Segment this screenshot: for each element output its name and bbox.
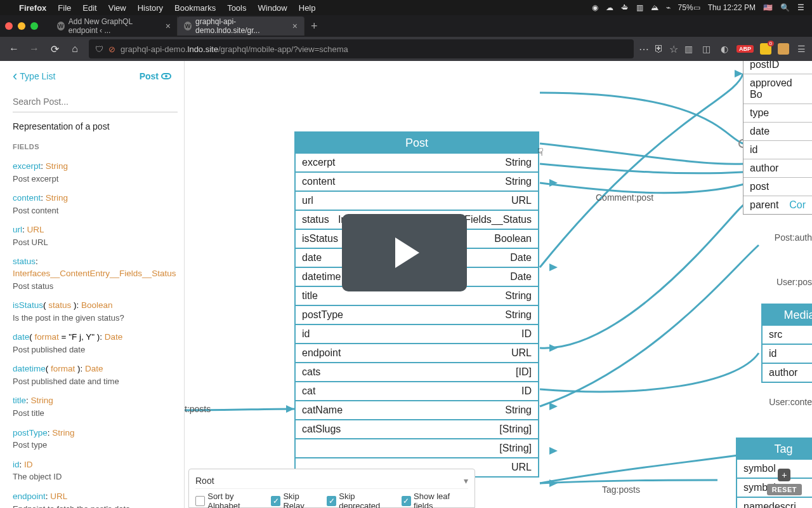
menu-view[interactable]: View xyxy=(108,3,126,13)
schema-field-row[interactable]: srcU xyxy=(763,326,812,344)
schema-field-row[interactable]: type xyxy=(743,104,812,123)
schema-field-row[interactable]: excerptString xyxy=(296,154,538,171)
field-item[interactable]: content: StringPost content xyxy=(13,189,184,220)
home-button[interactable]: ⌂ xyxy=(66,40,84,58)
sort-alphabet-checkbox[interactable]: Sort by Alphabet xyxy=(195,491,265,508)
schema-node-post[interactable]: Post excerptStringcontentStringurlURLsta… xyxy=(294,131,539,478)
schema-field-row[interactable]: catSlugs[String] xyxy=(296,419,538,438)
edge-label: t:posts xyxy=(185,404,211,414)
type-label[interactable]: Post xyxy=(140,71,171,81)
schema-field-row[interactable]: catNameString xyxy=(296,400,538,419)
field-item[interactable]: datetime( format ): DatePost published d… xyxy=(13,359,184,391)
address-bar[interactable]: 🛡 ⊘ graphql-api-demo.lndo.site/graphql/m… xyxy=(89,39,634,58)
extension-icon[interactable] xyxy=(778,43,789,55)
schema-field-row[interactable]: postTypeString xyxy=(296,305,538,324)
library-icon[interactable]: ▥ xyxy=(683,43,695,55)
status-cloud-icon[interactable]: ☁ xyxy=(606,3,613,12)
status-clock[interactable]: Thu 12:22 PM xyxy=(708,3,756,12)
schema-field-row[interactable]: approved Bo xyxy=(743,74,812,104)
minimize-window-icon[interactable] xyxy=(18,22,25,30)
field-item[interactable]: title: StringPost title xyxy=(13,391,184,423)
edge-label: Comment:post xyxy=(596,192,653,203)
field-item[interactable]: postType: StringPost type xyxy=(13,424,184,455)
abp-icon[interactable]: ABP xyxy=(737,45,754,53)
schema-node-media[interactable]: Media srcUidauthorUs xyxy=(761,304,812,383)
macos-menubar: Firefox File Edit View History Bookmarks… xyxy=(0,0,812,15)
status-battery[interactable]: 75% ▭ xyxy=(678,3,700,12)
status-search-icon[interactable]: 🔍 xyxy=(780,3,790,12)
field-item[interactable]: endpoint: URLEndpoint to fetch the post'… xyxy=(13,487,184,508)
menu-window[interactable]: Window xyxy=(258,3,287,13)
edge-label: Post:auth xyxy=(775,232,812,243)
skip-relay-checkbox[interactable]: ✓Skip Relay xyxy=(271,491,320,508)
field-item[interactable]: isStatus( status ): BooleanIs the post i… xyxy=(13,296,184,328)
schema-node-partial-top[interactable]: postIDapproved Botypedateidauthorpostpar… xyxy=(743,61,812,215)
menu-edit[interactable]: Edit xyxy=(82,3,96,13)
schema-field-row[interactable]: date xyxy=(743,123,812,141)
field-item[interactable]: id: IDThe object ID xyxy=(13,455,184,487)
new-tab-button[interactable]: + xyxy=(304,20,324,33)
back-button[interactable]: ← xyxy=(5,40,23,58)
schema-field-row[interactable]: urlURL xyxy=(296,190,538,210)
schema-canvas[interactable]: Post excerptStringcontentStringurlURLsta… xyxy=(185,61,812,508)
forward-button[interactable]: → xyxy=(25,40,43,58)
menu-bookmarks[interactable]: Bookmarks xyxy=(174,3,216,13)
tab-inactive[interactable]: W Add New GraphQL endpoint ‹ ... × xyxy=(51,17,178,36)
back-to-typelist[interactable]: Type List xyxy=(13,71,55,81)
menu-help[interactable]: Help xyxy=(299,3,316,13)
status-flag-icon[interactable]: 🇺🇸 xyxy=(763,3,773,12)
account-icon[interactable]: ◐ xyxy=(719,43,730,55)
lock-icon[interactable]: ⊘ xyxy=(108,44,115,54)
schema-field-row[interactable]: id xyxy=(743,141,812,159)
schema-field-row[interactable]: cats[ID] xyxy=(296,362,538,381)
close-tab-icon[interactable]: × xyxy=(166,21,171,31)
show-leaf-checkbox[interactable]: ✓Show leaf fields xyxy=(402,491,468,508)
schema-field-row[interactable]: namedescri xyxy=(737,497,812,508)
search-input[interactable] xyxy=(13,91,178,112)
schema-field-row[interactable]: catID xyxy=(296,381,538,400)
maximize-window-icon[interactable] xyxy=(30,22,38,30)
extension-badge-icon[interactable] xyxy=(760,43,771,55)
app-name[interactable]: Firefox xyxy=(19,3,46,13)
zoom-in-button[interactable]: + xyxy=(778,469,790,481)
video-play-button[interactable] xyxy=(342,214,467,291)
shield-icon[interactable]: 🛡 xyxy=(95,44,103,54)
hamburger-icon[interactable]: ☰ xyxy=(796,43,807,55)
bookmark-icon[interactable]: ☆ xyxy=(669,43,678,55)
status-wifi-icon[interactable]: ⌁ xyxy=(666,3,671,12)
status-user-icon[interactable]: ⛰ xyxy=(651,3,658,12)
schema-field-row[interactable]: idID xyxy=(296,324,538,343)
page-actions-icon[interactable]: ⋯ xyxy=(639,43,649,55)
menu-tools[interactable]: Tools xyxy=(227,3,246,13)
close-window-icon[interactable] xyxy=(5,22,13,30)
reset-button[interactable]: RESET xyxy=(767,484,802,495)
schema-field-row[interactable]: postID xyxy=(743,61,812,74)
schema-field-row[interactable]: authorUs xyxy=(763,363,812,382)
menu-history[interactable]: History xyxy=(138,3,163,13)
field-item[interactable]: date( format = "F j, Y" ): DatePost publ… xyxy=(13,328,184,359)
close-tab-icon[interactable]: × xyxy=(292,21,298,31)
root-select[interactable]: Root xyxy=(195,473,468,489)
skip-deprecated-checkbox[interactable]: ✓Skip deprecated xyxy=(327,491,395,508)
schema-field-row[interactable]: parentCor xyxy=(743,196,812,214)
schema-field-row[interactable]: contentString xyxy=(296,171,538,190)
menu-file[interactable]: File xyxy=(58,3,71,13)
field-item[interactable]: url: URLPost URL xyxy=(13,220,184,252)
schema-field-row[interactable]: [String] xyxy=(296,438,538,457)
schema-field-row[interactable]: post xyxy=(743,178,812,196)
schema-field-row[interactable]: endpointURL xyxy=(296,343,538,362)
reload-button[interactable]: ⟳ xyxy=(46,40,63,58)
tab-active[interactable]: W graphql-api-demo.lndo.site/gr... × xyxy=(178,17,304,36)
status-record-icon[interactable]: ◉ xyxy=(592,3,598,12)
status-docker-icon[interactable]: ⛴ xyxy=(621,3,629,12)
schema-field-row[interactable]: id xyxy=(763,344,812,363)
status-control-icon[interactable]: ☰ xyxy=(797,3,804,12)
schema-field-row[interactable]: author xyxy=(743,159,812,178)
field-item[interactable]: status: Interfaces__ContentEntry__Fields… xyxy=(13,252,184,296)
field-item[interactable]: excerpt: StringPost excerpt xyxy=(13,157,184,189)
pocket-icon[interactable]: ⛨ xyxy=(654,43,664,55)
window-controls[interactable] xyxy=(5,22,38,30)
sidebar-icon[interactable]: ◫ xyxy=(701,43,712,55)
edge-label: User:pos xyxy=(776,277,812,287)
status-tray-icon[interactable]: ▥ xyxy=(636,3,643,12)
